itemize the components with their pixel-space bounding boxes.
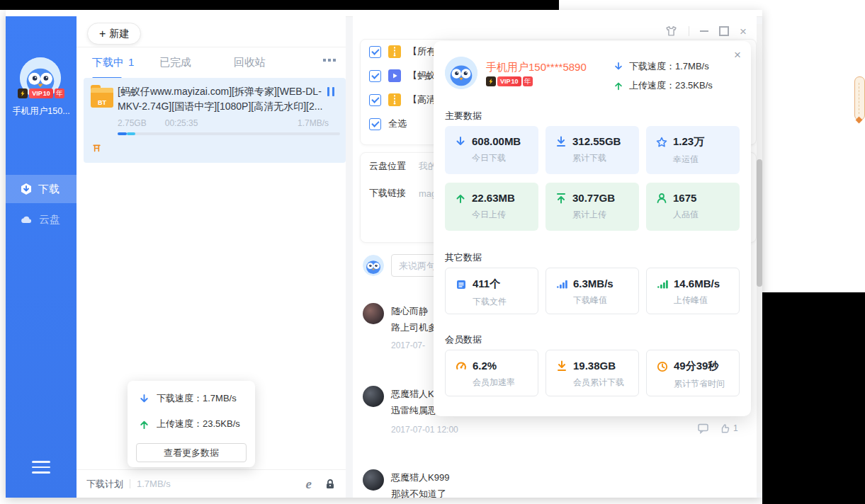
upload-overline-icon — [555, 193, 567, 204]
lock-icon[interactable] — [324, 479, 336, 490]
sidebar: VIP10 年 手机用户150... 下载 云盘 — [6, 16, 77, 498]
plus-icon: + — [99, 28, 106, 40]
progress-buffer — [127, 132, 136, 135]
more-menu-icon[interactable] — [323, 59, 336, 62]
archive-file-icon — [388, 93, 401, 106]
section-title-member: 会员数据 — [445, 333, 482, 346]
sidebar-item-download[interactable]: 下载 — [6, 175, 77, 203]
commenter-avatar[interactable] — [363, 469, 384, 491]
menu-icon[interactable] — [32, 461, 50, 474]
task-tag-icon — [92, 144, 101, 153]
commenter-name[interactable]: 恶魔猎人K — [391, 388, 434, 401]
download-underline-orange-icon — [556, 360, 567, 372]
speed-tooltip: 下载速度：1.7MB/s 上传速度：23.5KB/s 查看更多数据 — [128, 381, 255, 467]
section-title-main: 主要数据 — [445, 110, 482, 122]
black-region — [762, 292, 865, 504]
stat-card-karma: 1675 人品值 — [646, 183, 740, 231]
download-arrow-icon — [455, 136, 466, 147]
download-underline-icon — [555, 136, 567, 147]
commenter-name[interactable]: 随心而静 — [391, 305, 428, 318]
stat-card-member-download: 19.38GB 会员累计下载 — [545, 350, 639, 396]
upload-arrow-icon — [455, 193, 466, 204]
top-black-bar — [0, 0, 559, 10]
downloading-count: 1 — [128, 56, 134, 69]
vip-badge: VIP10 — [497, 76, 521, 86]
task-size: 2.75GB — [118, 118, 147, 128]
app-window: × VIP10 年 手机用户150... 下载 云盘 + — [6, 10, 762, 498]
bt-folder-icon: BT — [91, 88, 113, 108]
sidebar-item-label: 下载 — [38, 183, 60, 196]
panel-close-icon[interactable]: × — [734, 48, 741, 62]
new-task-button[interactable]: + 新建 — [87, 23, 141, 45]
clock-icon — [657, 361, 668, 372]
tooltip-download-row: 下载速度：1.7MB/s — [139, 392, 237, 405]
file-list-icon — [456, 279, 467, 290]
task-title: [蚂蚁仔www.mayizai.com][拆弹专家][WEB-DL-MKV-2.… — [118, 84, 324, 114]
status-bar: 下载计划 1.7MB/s e — [77, 469, 346, 498]
pause-button[interactable] — [327, 87, 334, 96]
close-button[interactable]: × — [740, 25, 747, 38]
checkbox-checked[interactable] — [369, 118, 381, 130]
up-arrow-icon — [139, 419, 149, 430]
tooltip-upload-row: 上传速度：23.5KB/s — [139, 418, 240, 430]
down-arrow-icon — [614, 62, 623, 71]
tab-recycle-bin[interactable]: 回收站 — [234, 56, 266, 69]
theme-shirt-icon[interactable] — [665, 25, 678, 38]
vip-badges[interactable]: VIP10 年 — [6, 88, 77, 98]
view-more-data-button[interactable]: 查看更多数据 — [136, 443, 247, 462]
checkbox-checked[interactable] — [369, 94, 381, 106]
my-avatar — [363, 255, 384, 276]
sidebar-item-cloud[interactable]: 云盘 — [6, 205, 77, 234]
sidebar-username: 手机用户150... — [6, 105, 77, 118]
comment-text: 路上司机多 — [391, 321, 437, 334]
panel-user-avatar — [445, 57, 477, 89]
down-arrow-icon — [139, 394, 149, 404]
commenter-avatar[interactable] — [363, 386, 384, 407]
download-list-panel: + 新建 下载中1 已完成 回收站 BT [蚂蚁仔www.mayizai.com… — [77, 16, 346, 498]
minimize-button[interactable] — [700, 30, 708, 32]
checkbox-checked[interactable] — [369, 70, 381, 82]
lightning-icon — [486, 76, 496, 86]
video-file-icon — [388, 69, 401, 82]
person-icon — [656, 193, 667, 204]
reply-bubble-icon[interactable] — [697, 423, 709, 434]
archive-file-icon — [388, 45, 401, 58]
ie-browser-icon[interactable]: e — [306, 477, 312, 491]
stat-card-total-download: 312.55GB 累计下载 — [545, 126, 639, 174]
stat-card-upload-peak: 14.6MB/s 上传峰值 — [646, 268, 740, 314]
download-task-row[interactable]: BT [蚂蚁仔www.mayizai.com][拆弹专家][WEB-DL-MKV… — [84, 78, 346, 163]
floating-pill-widget[interactable] — [854, 76, 865, 120]
cloud-icon — [20, 214, 33, 225]
like-button[interactable]: 1 — [719, 423, 738, 434]
checkbox-checked[interactable] — [369, 46, 381, 58]
progress-bar — [118, 132, 340, 135]
chart-bars-down-icon — [556, 278, 567, 290]
task-time-left: 00:25:35 — [165, 118, 198, 128]
stat-card-files: 411个 下载文件 — [445, 268, 538, 314]
up-arrow-icon — [614, 81, 623, 91]
vip-badge: VIP10 — [29, 88, 53, 98]
comment-actions: 1 — [697, 423, 738, 434]
lightning-icon — [18, 88, 28, 98]
maximize-button[interactable] — [719, 26, 729, 36]
download-hexagon-icon — [20, 183, 33, 195]
progress-done — [118, 132, 127, 135]
year-badge: 年 — [523, 76, 533, 86]
commenter-name[interactable]: 恶魔猎人K999 — [391, 471, 449, 484]
comment-text: 那就不知道了 — [391, 488, 446, 500]
scrollbar-thumb[interactable] — [757, 159, 762, 287]
panel-username: 手机用户150****5890 — [486, 61, 587, 74]
chart-bars-up-icon — [657, 278, 668, 290]
stat-card-download-peak: 6.3MB/s 下载峰值 — [545, 268, 639, 314]
tab-downloading[interactable]: 下载中1 — [92, 56, 134, 69]
commenter-avatar[interactable] — [363, 303, 384, 324]
stat-card-total-upload: 30.77GB 累计上传 — [545, 183, 639, 231]
task-meta: 2.75GB 00:25:35 1.7MB/s — [118, 118, 329, 128]
tab-completed[interactable]: 已完成 — [159, 56, 191, 69]
toolbar-divider — [77, 47, 346, 47]
like-count: 1 — [733, 423, 738, 433]
comment-text: 迅雷纯属恶 — [391, 404, 437, 417]
vertical-scrollbar[interactable] — [757, 24, 762, 493]
download-plan-label[interactable]: 下载计划 — [86, 478, 123, 491]
stat-card-today-download: 608.00MB 今日下载 — [445, 126, 538, 174]
